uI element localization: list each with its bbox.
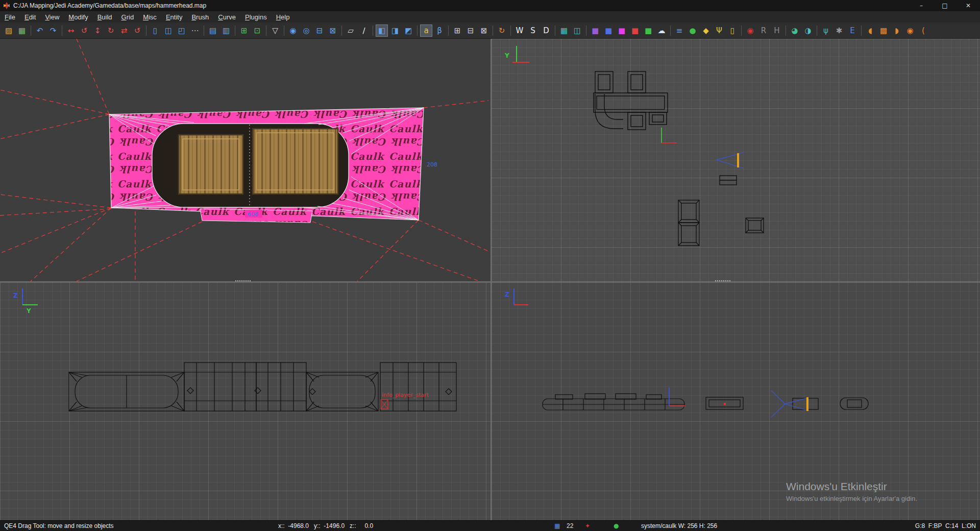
bobtoolz-button[interactable]: ✱ bbox=[833, 25, 845, 37]
curve-cap-button[interactable]: ◖ bbox=[864, 25, 876, 37]
sky-button[interactable]: ☁ bbox=[655, 25, 668, 37]
menu-item-help[interactable]: Help bbox=[272, 12, 295, 22]
menu-item-brush[interactable]: Brush bbox=[187, 12, 213, 22]
window-layout-1-button[interactable]: ⊞ bbox=[451, 25, 463, 37]
complete-tall-button[interactable]: ▯ bbox=[149, 25, 161, 37]
connector-button[interactable]: ψ bbox=[820, 25, 832, 37]
record-button[interactable]: ◉ bbox=[744, 25, 756, 37]
flip-clip-button[interactable]: ◩ bbox=[402, 25, 414, 37]
select-touching-button[interactable]: ◉ bbox=[287, 25, 299, 37]
detail-button[interactable]: D bbox=[540, 25, 552, 37]
texture-blue-button[interactable]: ■ bbox=[602, 25, 615, 37]
pipe-brushes[interactable] bbox=[594, 71, 668, 130]
camera-gizmo[interactable] bbox=[771, 391, 807, 417]
plugin-sphere-button[interactable]: ◕ bbox=[789, 25, 801, 37]
clipper-button[interactable]: ∕ bbox=[358, 25, 370, 37]
notes-button[interactable]: ▯ bbox=[726, 25, 739, 37]
console-button[interactable]: ▤ bbox=[207, 25, 219, 37]
select-inside-button[interactable]: ◎ bbox=[300, 25, 312, 37]
viewport-side-xz[interactable]: Z Y bbox=[0, 282, 491, 520]
patch-grid-button[interactable]: ▦ bbox=[558, 25, 570, 37]
csg-subtract-button[interactable]: ⊟ bbox=[313, 25, 326, 37]
texture-green-button[interactable]: ■ bbox=[642, 25, 654, 37]
shaded-button[interactable]: S bbox=[527, 25, 539, 37]
entity-label: info_player_start bbox=[382, 392, 429, 398]
x-rotate-button[interactable]: ↺ bbox=[78, 25, 90, 37]
toolbar-separator bbox=[586, 26, 586, 36]
viewport-camera[interactable]: Caulk Caulk bbox=[0, 39, 491, 281]
hull-wireframe-brushes[interactable] bbox=[543, 394, 868, 410]
menu-item-entity[interactable]: Entity bbox=[161, 12, 187, 22]
viewport-top-xy[interactable]: Y bbox=[492, 39, 980, 281]
toolbar-separator bbox=[284, 26, 284, 36]
patch-panel-button[interactable]: ◫ bbox=[571, 25, 583, 37]
info-player-start-entity[interactable]: info_player_start bbox=[381, 392, 429, 409]
undo-button[interactable]: ↶ bbox=[34, 25, 46, 37]
easygen-button[interactable]: E bbox=[846, 25, 859, 37]
texture-magenta-button[interactable]: ■ bbox=[616, 25, 628, 37]
entity-list-button[interactable]: ≡ bbox=[673, 25, 685, 37]
splitter-horizontal[interactable] bbox=[0, 281, 980, 282]
menu-item-curve[interactable]: Curve bbox=[213, 12, 240, 22]
menu-item-view[interactable]: View bbox=[40, 12, 64, 22]
hull-cross-section[interactable] bbox=[152, 124, 349, 207]
crate-brushes[interactable] bbox=[678, 176, 764, 246]
y-rotate-button[interactable]: ↻ bbox=[105, 25, 117, 37]
menu-item-grid[interactable]: Grid bbox=[117, 12, 139, 22]
texture-window-button[interactable]: ◰ bbox=[176, 25, 188, 37]
curve-cone-button[interactable]: ◉ bbox=[904, 25, 916, 37]
x-flip-button[interactable]: ↔ bbox=[65, 25, 77, 37]
toolbar-separator bbox=[817, 26, 817, 36]
hollow-button[interactable]: ▱ bbox=[345, 25, 357, 37]
clip-selected-button[interactable]: ◧ bbox=[376, 25, 388, 37]
splitter-handle[interactable] bbox=[715, 280, 730, 284]
redo-button[interactable]: ↷ bbox=[47, 25, 59, 37]
splitter-handle[interactable] bbox=[235, 280, 251, 284]
menu-item-modify[interactable]: Modify bbox=[64, 12, 92, 22]
splitter-vertical[interactable] bbox=[491, 39, 492, 520]
texture-lock-button[interactable]: a bbox=[420, 25, 432, 37]
h-mode-button[interactable]: H bbox=[771, 25, 783, 37]
menu-item-plugins[interactable]: Plugins bbox=[240, 12, 272, 22]
y-flip-button[interactable]: ↕ bbox=[91, 25, 104, 37]
maximize-button[interactable]: □ bbox=[933, 0, 957, 11]
r-mode-button[interactable]: R bbox=[757, 25, 770, 37]
window-layout-2-button[interactable]: ⊟ bbox=[464, 25, 477, 37]
hull-wireframe-brushes[interactable] bbox=[69, 363, 456, 411]
cubic-clip-button[interactable]: ⊡ bbox=[251, 25, 263, 37]
menu-item-misc[interactable]: Misc bbox=[138, 12, 161, 22]
window-layout-3-button[interactable]: ⊠ bbox=[478, 25, 490, 37]
save-button[interactable]: ▦ bbox=[16, 25, 28, 37]
split-selected-button[interactable]: ◨ bbox=[389, 25, 401, 37]
prefab-button[interactable]: ◆ bbox=[700, 25, 712, 37]
menu-item-build[interactable]: Build bbox=[93, 12, 117, 22]
texture-purple-button[interactable]: ■ bbox=[589, 25, 601, 37]
wireframe-button[interactable]: W bbox=[513, 25, 526, 37]
tree-button[interactable]: Ψ bbox=[713, 25, 725, 37]
change-views-button[interactable]: ◫ bbox=[162, 25, 175, 37]
z-rotate-button[interactable]: ↺ bbox=[131, 25, 143, 37]
close-button[interactable]: ✕ bbox=[957, 0, 980, 11]
entity-inspector-button[interactable]: ▥ bbox=[220, 25, 232, 37]
status-brush-count: 22 bbox=[567, 521, 573, 531]
curve-end-button[interactable]: ◗ bbox=[891, 25, 903, 37]
csg-merge-button[interactable]: ⊠ bbox=[327, 25, 339, 37]
texture-red-button[interactable]: ■ bbox=[629, 25, 641, 37]
menu-item-edit[interactable]: Edit bbox=[20, 12, 40, 22]
texture-scale-lock-button[interactable]: β bbox=[433, 25, 446, 37]
z-flip-button[interactable]: ⇄ bbox=[118, 25, 130, 37]
snap-to-grid-button[interactable]: ⊞ bbox=[238, 25, 250, 37]
curve-mesh-button[interactable]: ▩ bbox=[877, 25, 890, 37]
viewport-front-yz[interactable]: Z bbox=[492, 282, 980, 520]
status-texture-info: system/caulk W: 256 H: 256 bbox=[641, 521, 717, 531]
menu-item-file[interactable]: File bbox=[0, 12, 20, 22]
camera-gizmo[interactable] bbox=[717, 152, 744, 168]
open-button[interactable]: ▨ bbox=[3, 25, 15, 37]
filter-button[interactable]: ▽ bbox=[269, 25, 281, 37]
status-dot-button[interactable]: ● bbox=[687, 25, 699, 37]
curve-bend-button[interactable]: ( bbox=[917, 25, 929, 37]
plugin-disc-button[interactable]: ◑ bbox=[802, 25, 814, 37]
more-views-button[interactable]: ⋯ bbox=[189, 25, 201, 37]
refresh-button[interactable]: ↻ bbox=[496, 25, 508, 37]
minimize-button[interactable]: – bbox=[910, 0, 933, 11]
